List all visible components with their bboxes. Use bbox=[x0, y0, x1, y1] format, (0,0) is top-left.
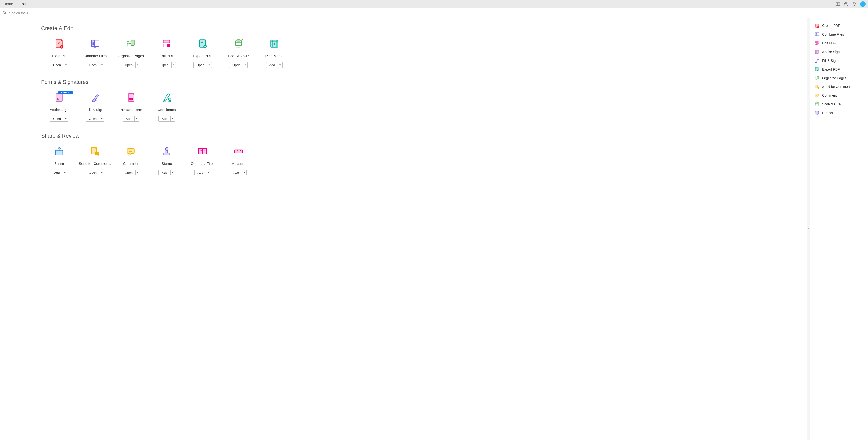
tool-action-button[interactable]: Open bbox=[50, 62, 68, 68]
right-panel-item[interactable]: Export PDF bbox=[810, 65, 868, 74]
chevron-down-icon[interactable] bbox=[171, 62, 176, 68]
chevron-down-icon[interactable] bbox=[135, 170, 140, 175]
tool-action-label[interactable]: Add bbox=[159, 170, 170, 175]
tool-action-label[interactable]: Add bbox=[51, 170, 63, 175]
tool-card[interactable]: Organize PagesOpen bbox=[113, 39, 149, 68]
chevron-down-icon[interactable] bbox=[100, 62, 104, 68]
tool-action-label[interactable]: Open bbox=[158, 62, 171, 68]
chevron-down-icon[interactable] bbox=[135, 62, 140, 68]
tool-card[interactable]: Combine FilesOpen bbox=[77, 39, 113, 68]
right-panel-item[interactable]: Send for Comments bbox=[810, 83, 868, 91]
tool-action-label[interactable]: Open bbox=[50, 116, 64, 121]
right-panel-item[interactable]: Organize Pages bbox=[810, 74, 868, 83]
avatar[interactable] bbox=[860, 1, 866, 7]
tool-card[interactable]: StampAdd bbox=[149, 146, 185, 176]
tool-action-label[interactable]: Open bbox=[50, 62, 64, 68]
tool-card[interactable]: FEATUREDAdobe SignOpen bbox=[41, 93, 77, 122]
tool-card[interactable]: ShareAdd bbox=[41, 146, 77, 176]
tool-card[interactable]: Scan & OCROpen bbox=[220, 39, 256, 68]
tool-action-label[interactable]: Add bbox=[159, 116, 170, 121]
tool-action-label[interactable]: Add bbox=[230, 170, 242, 175]
chevron-down-icon[interactable] bbox=[207, 62, 212, 68]
tool-action-button[interactable]: Open bbox=[122, 62, 140, 68]
chevron-down-icon[interactable] bbox=[242, 170, 246, 175]
chevron-down-icon[interactable] bbox=[170, 116, 175, 121]
tool-card[interactable]: Edit PDFOpen bbox=[149, 39, 185, 68]
tool-card[interactable]: CommentOpen bbox=[113, 146, 149, 176]
tool-action-button[interactable]: Add bbox=[158, 169, 175, 176]
right-panel-item-label: Create PDF bbox=[822, 24, 840, 28]
right-panel-item[interactable]: Fill & Sign bbox=[810, 56, 868, 65]
tool-action-button[interactable]: Add bbox=[194, 169, 211, 176]
tool-action-button[interactable]: Add bbox=[51, 169, 67, 176]
right-panel-item[interactable]: Create PDF bbox=[810, 21, 868, 30]
chevron-down-icon[interactable] bbox=[134, 116, 139, 121]
chevron-down-icon[interactable] bbox=[206, 170, 211, 175]
right-panel-item[interactable]: Adobe Sign bbox=[810, 48, 868, 56]
tab-home[interactable]: Home bbox=[0, 0, 17, 8]
section: Create & EditCreate PDFOpenCombine Files… bbox=[41, 25, 339, 68]
tab-tools[interactable]: Tools bbox=[17, 0, 32, 8]
tool-action-label[interactable]: Add bbox=[194, 170, 206, 175]
tool-label: Edit PDF bbox=[159, 54, 174, 58]
tool-label: Comment bbox=[123, 161, 138, 166]
tool-action-button[interactable]: Open bbox=[157, 62, 176, 68]
tool-grid: ShareAddSend for CommentsOpenCommentOpen… bbox=[41, 146, 339, 176]
tool-card[interactable]: Send for CommentsOpen bbox=[77, 146, 113, 176]
chevron-down-icon[interactable] bbox=[243, 62, 247, 68]
tool-action-button[interactable]: Open bbox=[86, 116, 104, 122]
tool-action-button[interactable]: Add bbox=[123, 116, 139, 122]
measure-icon bbox=[234, 146, 244, 157]
notifications-icon[interactable] bbox=[852, 2, 857, 6]
main-scroll[interactable]: Create & EditCreate PDFOpenCombine Files… bbox=[0, 18, 807, 440]
chevron-down-icon[interactable] bbox=[64, 62, 68, 68]
help-icon[interactable] bbox=[844, 2, 848, 6]
tool-action-label[interactable]: Open bbox=[122, 62, 135, 68]
chevron-down-icon[interactable] bbox=[278, 62, 282, 68]
right-panel-collapse[interactable] bbox=[807, 18, 810, 440]
tool-action-button[interactable]: Open bbox=[86, 62, 104, 68]
tool-card[interactable]: CertificatesAdd bbox=[149, 93, 185, 122]
tool-card[interactable]: Export PDFOpen bbox=[185, 39, 220, 68]
fill-sign-icon bbox=[90, 93, 100, 103]
screen-share-icon[interactable] bbox=[836, 2, 840, 6]
tool-action-label[interactable]: Open bbox=[86, 62, 100, 68]
tool-action-label[interactable]: Open bbox=[194, 62, 207, 68]
right-panel-item[interactable]: Protect bbox=[810, 108, 868, 117]
tool-action-button[interactable]: Open bbox=[86, 169, 104, 176]
tool-action-button[interactable]: Add bbox=[158, 116, 175, 122]
tool-card[interactable]: Rich MediaAdd bbox=[256, 39, 292, 68]
tool-label: Share bbox=[54, 161, 64, 166]
tool-action-button[interactable]: Add bbox=[230, 169, 246, 176]
chevron-down-icon[interactable] bbox=[64, 116, 68, 121]
tool-label: Fill & Sign bbox=[87, 107, 103, 112]
right-panel-item[interactable]: Combine Files bbox=[810, 30, 868, 39]
tool-action-button[interactable]: Open bbox=[229, 62, 248, 68]
right-panel-item-label: Send for Comments bbox=[822, 85, 852, 89]
search-input[interactable] bbox=[9, 11, 866, 15]
chevron-down-icon[interactable] bbox=[63, 170, 67, 175]
tool-action-label[interactable]: Open bbox=[86, 116, 100, 121]
tool-card[interactable]: Prepare FormAdd bbox=[113, 93, 149, 122]
tool-action-label[interactable]: Open bbox=[122, 170, 135, 175]
tool-action-label[interactable]: Add bbox=[123, 116, 134, 121]
right-panel-item[interactable]: Scan & OCR bbox=[810, 100, 868, 108]
tool-action-button[interactable]: Open bbox=[193, 62, 212, 68]
tool-action-label[interactable]: Open bbox=[86, 170, 100, 175]
tool-card[interactable]: Create PDFOpen bbox=[41, 39, 77, 68]
chevron-down-icon[interactable] bbox=[170, 170, 175, 175]
tool-card[interactable]: Fill & SignOpen bbox=[77, 93, 113, 122]
tool-action-label[interactable]: Add bbox=[266, 62, 278, 68]
right-panel-item-label: Export PDF bbox=[822, 67, 840, 71]
tool-action-label[interactable]: Open bbox=[229, 62, 243, 68]
tool-action-button[interactable]: Open bbox=[122, 169, 140, 176]
tool-action-button[interactable]: Add bbox=[266, 62, 282, 68]
right-panel-item[interactable]: Edit PDF bbox=[810, 39, 868, 48]
tool-card[interactable]: MeasureAdd bbox=[220, 146, 256, 176]
tool-action-button[interactable]: Open bbox=[50, 116, 68, 122]
right-panel-item-label: Scan & OCR bbox=[822, 102, 842, 106]
chevron-down-icon[interactable] bbox=[100, 170, 104, 175]
tool-card[interactable]: Compare FilesAdd bbox=[185, 146, 220, 176]
right-panel-item[interactable]: Comment bbox=[810, 91, 868, 100]
chevron-down-icon[interactable] bbox=[100, 116, 104, 121]
